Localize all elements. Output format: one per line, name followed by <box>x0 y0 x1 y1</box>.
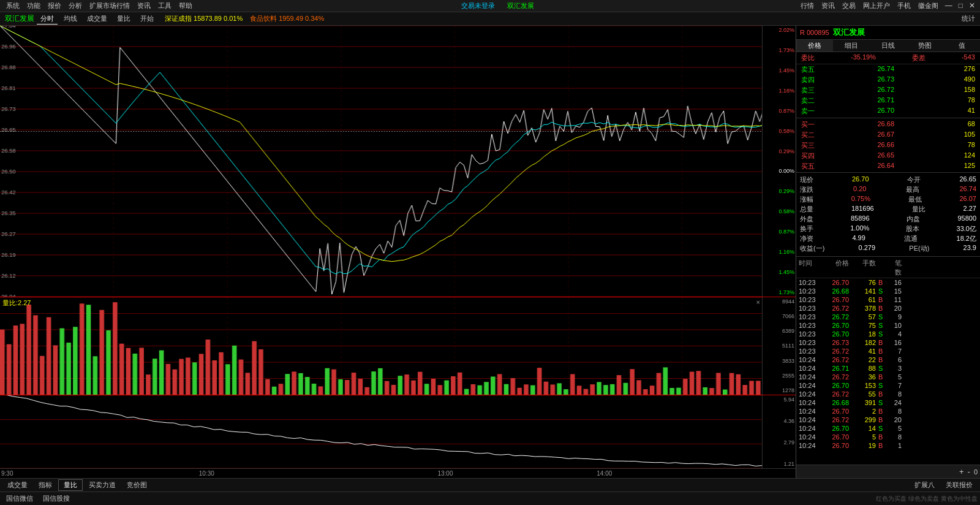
btab-lb[interactable]: 量比 <box>58 479 83 491</box>
trade-row: 10:24 26.70 5 B 8 <box>796 433 980 441</box>
info-row-outer: 外盘 85896 内盘 95800 <box>800 215 976 224</box>
y-label-zero: 0.00% <box>764 168 794 174</box>
change-pct-value: 0.75% <box>851 195 870 204</box>
window-close[interactable]: ✕ <box>967 1 978 10</box>
zoom-plus[interactable]: + <box>959 467 964 476</box>
menu-info[interactable]: 资讯 <box>134 1 154 10</box>
vol-close[interactable]: × <box>756 298 760 306</box>
wei-cha-value: -543 <box>962 53 975 63</box>
current-price-label: 现价 <box>800 175 813 184</box>
tab-fen-shi[interactable]: 分时 <box>37 13 58 25</box>
info-row-pct: 涨幅 0.75% 最低 26.07 <box>800 195 976 204</box>
total-vol-value: 181696 <box>851 205 874 214</box>
tab-ratio[interactable]: 量比 <box>113 13 134 24</box>
window-maximize[interactable]: □ <box>956 1 965 10</box>
rtab-trend[interactable]: 势图 <box>907 40 943 51</box>
low-label: 最低 <box>908 195 922 204</box>
tab-vol[interactable]: 成交量 <box>83 13 111 24</box>
ratio-chart[interactable]: 5.94 4.36 2.79 1.21 <box>0 395 796 468</box>
tab-hq[interactable]: 行情 <box>797 1 817 10</box>
info-row-change: 涨跌 0.20 最高 26.74 <box>800 185 976 194</box>
btab-zb[interactable]: 指标 <box>34 480 57 490</box>
zoom-minus[interactable]: - <box>968 467 970 476</box>
rtab-detail[interactable]: 细目 <box>833 40 870 51</box>
price-chart[interactable]: 2.02% 1.73% 1.45% 1.16% 0.87% 0.58% 0.29… <box>0 26 796 297</box>
rtab-value[interactable]: 值 <box>943 40 980 51</box>
right-bottom-controls: + - 0 <box>796 465 980 478</box>
btab-related[interactable]: 关联报价 <box>941 480 978 490</box>
ask-row: 卖一26.7041 <box>796 106 980 116</box>
trade-row: 10:23 26.72 57 S 9 <box>796 313 980 321</box>
menu-quote[interactable]: 报价 <box>44 1 65 10</box>
stock-info: 现价 26.70 今开 26.65 涨跌 0.20 最高 26.74 涨幅 0.… <box>796 173 980 255</box>
rtab-daily[interactable]: 日线 <box>870 40 907 51</box>
trade-row: 10:24 26.70 2 B 8 <box>796 407 980 416</box>
tab-mobile[interactable]: 手机 <box>894 1 914 10</box>
tab-open-account[interactable]: 网上开户 <box>860 1 893 10</box>
menu-extend[interactable]: 扩展市场行情 <box>86 1 134 10</box>
menu-help[interactable]: 帮助 <box>175 1 196 10</box>
inner-label: 内盘 <box>907 215 920 224</box>
ftab-2[interactable]: 国信股搜 <box>39 493 74 504</box>
info-row-eps: 收益(一) 0.279 PE(动) 23.9 <box>800 244 976 253</box>
right-panel: R 000895 双汇发展 价格 细目 日线 势图 值 委比 -35.19% 委… <box>796 26 980 478</box>
inner-value: 95800 <box>957 215 976 224</box>
chart-title: 双汇发展 <box>5 13 34 24</box>
wei-bi-value: -35.19% <box>851 53 876 63</box>
tab-compare[interactable]: 开始 <box>137 13 157 24</box>
index-info: 深证成指 15873.89 0.01% <box>165 14 243 23</box>
stock-header: R 000895 双汇发展 <box>796 26 980 40</box>
footer-hint: 红色为买盘 绿色为卖盘 黄色为中性盘 <box>876 495 978 503</box>
trade-row: 10:23 26.70 61 B 11 <box>796 295 980 304</box>
x-axis: 9:30 10:30 13:00 14:00 <box>0 468 796 478</box>
wei-cha-label: 委差 <box>912 53 925 63</box>
turnover-label: 换手 <box>800 224 813 234</box>
btab-expand[interactable]: 扩展八 <box>910 480 940 490</box>
high-value: 26.74 <box>959 185 976 194</box>
bid-orders: 买一26.6868买二26.67105买三26.6678买四26.65124买五… <box>796 120 980 172</box>
trade-row: 10:23 26.72 41 B 7 <box>796 347 980 355</box>
login-link[interactable]: 交易未登录 <box>461 1 495 10</box>
open-label: 今开 <box>907 175 921 184</box>
ratio-lbl: 量比 <box>912 205 925 214</box>
ftab-1[interactable]: 国信微信 <box>2 493 37 504</box>
menu-right-tabs: 行情 资讯 交易 网上开户 手机 徽金阁 — □ ✕ <box>797 1 980 10</box>
menu-analysis[interactable]: 分析 <box>65 1 86 10</box>
tab-gold[interactable]: 徽金阁 <box>915 1 941 10</box>
ratio-chart-canvas <box>0 395 796 468</box>
turnover-value: 1.00% <box>850 224 869 234</box>
x-label-1400: 14:00 <box>597 470 612 477</box>
right-view-tabs: 价格 细目 日线 势图 值 <box>796 40 980 52</box>
btab-cjl[interactable]: 成交量 <box>2 480 32 490</box>
tab-jun-xian[interactable]: 均线 <box>60 13 81 24</box>
y-label-12: 1.73% <box>764 289 794 295</box>
current-price-value: 26.70 <box>852 175 869 184</box>
tab-news[interactable]: 资讯 <box>818 1 838 10</box>
bid-row: 买五26.64125 <box>796 161 980 172</box>
y-label-9: 0.87% <box>764 229 794 235</box>
menu-function[interactable]: 功能 <box>23 1 44 10</box>
stock-link[interactable]: 双汇发展 <box>507 1 534 10</box>
window-minimize[interactable]: — <box>943 1 955 10</box>
menu-tools[interactable]: 工具 <box>154 1 175 10</box>
menu-items-left: 系统 功能 报价 分析 扩展市场行情 资讯 工具 帮助 <box>0 1 198 10</box>
ask-row: 卖五26.74276 <box>796 64 980 75</box>
total-vol-label: 总量 <box>800 205 813 214</box>
btab-jjt[interactable]: 竞价图 <box>122 480 152 490</box>
tab-trade[interactable]: 交易 <box>839 1 859 10</box>
zoom-reset[interactable]: 0 <box>974 468 978 476</box>
x-label-1300: 13:00 <box>437 470 453 477</box>
net-value: 4.99 <box>852 234 865 243</box>
y-axis-ratio: 5.94 4.36 2.79 1.21 <box>762 395 796 468</box>
stats-btn[interactable]: 统计 <box>962 14 975 23</box>
btab-mmlj[interactable]: 买卖力道 <box>84 480 121 490</box>
volume-chart[interactable]: 量比:2.27 × 8944 7066 6389 5111 3833 2555 … <box>0 297 796 395</box>
y-label-0: 2.02% <box>764 27 794 33</box>
open-value: 26.65 <box>959 175 976 184</box>
bid-row: 买一26.6868 <box>796 120 980 130</box>
trade-row: 10:23 26.70 18 S 4 <box>796 330 980 338</box>
change-value: 0.20 <box>853 185 866 194</box>
rtab-price[interactable]: 价格 <box>796 40 833 51</box>
ratio-val: 2.27 <box>963 205 976 214</box>
menu-system[interactable]: 系统 <box>2 1 23 10</box>
